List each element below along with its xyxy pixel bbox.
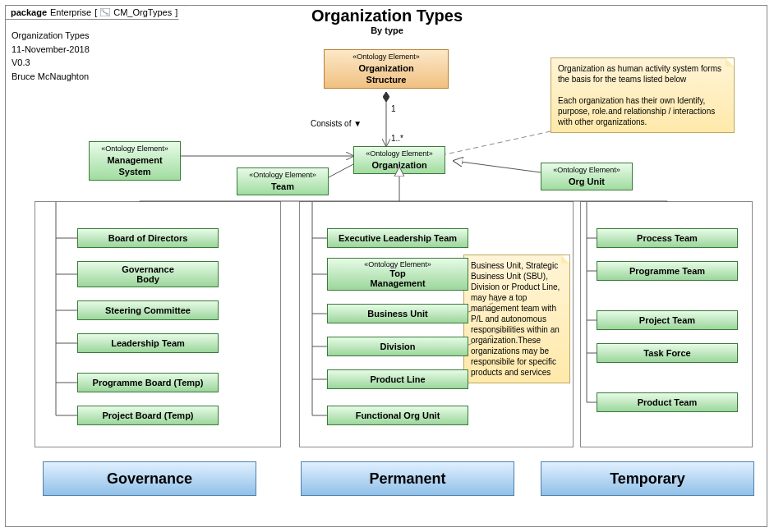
temp-project-team[interactable]: Project Team xyxy=(597,310,738,330)
stereotype: «Ontology Element» xyxy=(328,53,445,62)
stereotype: «Ontology Element» xyxy=(93,144,177,154)
gov-governance-body[interactable]: GovernanceBody xyxy=(77,261,219,287)
perm-business-unit[interactable]: Business Unit xyxy=(327,304,468,323)
category-permanent: Permanent xyxy=(301,461,514,496)
title-main: Organization Types xyxy=(0,7,774,25)
meta-version: V0.3 xyxy=(12,56,90,70)
element-org-structure[interactable]: «Ontology Element» OrganizationStructure xyxy=(324,49,449,89)
element-org-unit[interactable]: «Ontology Element» Org Unit xyxy=(541,163,633,190)
element-management-system[interactable]: «Ontology Element» ManagementSystem xyxy=(89,141,181,181)
title-sub: By type xyxy=(0,25,774,35)
gov-steering-committee[interactable]: Steering Committee xyxy=(77,300,219,320)
relation-consists-of: Consists of ▼ xyxy=(311,119,362,128)
element-label: Org Unit xyxy=(545,176,629,187)
category-temporary: Temporary xyxy=(541,461,754,496)
element-organization[interactable]: «Ontology Element» Organization xyxy=(353,146,445,174)
multiplicity-one-many: 1..* xyxy=(391,134,403,143)
element-label: ManagementSystem xyxy=(93,154,177,178)
stereotype: «Ontology Element» xyxy=(545,166,629,176)
temp-process-team[interactable]: Process Team xyxy=(597,228,738,248)
element-label: OrganizationStructure xyxy=(328,62,445,86)
multiplicity-one: 1 xyxy=(391,104,396,113)
meta-author: Bruce McNaughton xyxy=(12,70,90,84)
note-organization: Organization as human activity system fo… xyxy=(551,57,735,133)
perm-functional-org-unit[interactable]: Functional Org Unit xyxy=(327,406,468,425)
diagram-title: Organization Types By type xyxy=(0,7,774,35)
gov-programme-board[interactable]: Programme Board (Temp) xyxy=(77,373,219,392)
stereotype: «Ontology Element» xyxy=(241,171,325,181)
stereotype: «Ontology Element» xyxy=(364,260,431,268)
perm-top-management[interactable]: «Ontology Element» TopManagement xyxy=(327,258,468,291)
perm-exec-leadership[interactable]: Executive Leadership Team xyxy=(327,228,468,248)
perm-product-line[interactable]: Product Line xyxy=(327,369,468,389)
stereotype: «Ontology Element» xyxy=(357,149,441,159)
note-text: Organization as human activity system fo… xyxy=(558,64,721,126)
triangle-icon: ▼ xyxy=(353,119,362,128)
gov-board-of-directors[interactable]: Board of Directors xyxy=(77,228,219,248)
perm-division[interactable]: Division xyxy=(327,337,468,356)
meta-date: 11-November-2018 xyxy=(12,43,90,57)
temp-programme-team[interactable]: Programme Team xyxy=(597,261,738,281)
gov-project-board[interactable]: Project Board (Temp) xyxy=(77,406,219,425)
temp-product-team[interactable]: Product Team xyxy=(597,392,738,412)
diagram-meta: Organization Types 11-November-2018 V0.3… xyxy=(12,29,90,83)
category-governance: Governance xyxy=(43,461,256,496)
element-label: Team xyxy=(241,181,325,192)
element-label: Organization xyxy=(357,159,441,171)
element-team[interactable]: «Ontology Element» Team xyxy=(237,167,329,195)
gov-leadership-team[interactable]: Leadership Team xyxy=(77,333,219,353)
temp-task-force[interactable]: Task Force xyxy=(597,343,738,363)
